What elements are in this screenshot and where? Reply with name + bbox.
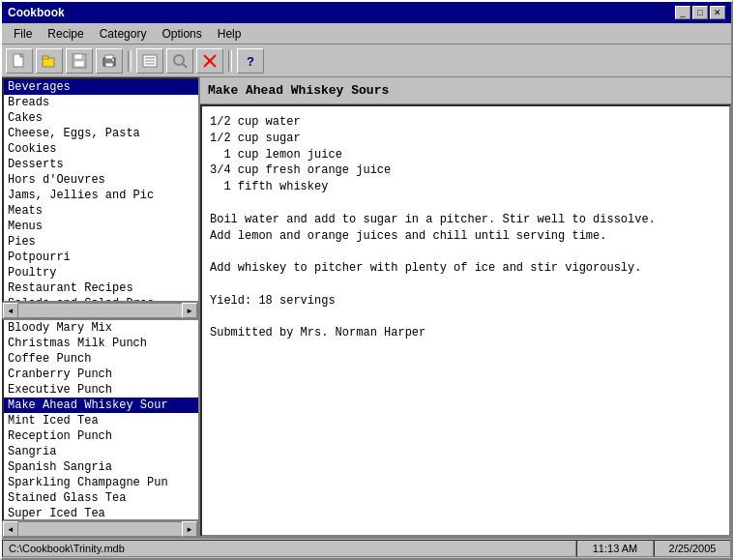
toolbar-sep1 — [128, 50, 132, 72]
recipe-hscrollbar[interactable]: ◄ ► — [2, 521, 198, 537]
menu-bar: File Recipe Category Options Help — [2, 23, 731, 44]
close-button[interactable]: ✕ — [710, 6, 725, 19]
recipe-content: Make Ahead Whiskey Sours 1/2 cup water 1… — [200, 77, 731, 537]
category-item-desserts[interactable]: Desserts — [4, 157, 198, 172]
delete-icon — [202, 53, 218, 69]
recipe-item-bloodymary[interactable]: Bloody Mary Mix — [4, 320, 198, 336]
svg-rect-6 — [74, 61, 84, 67]
svg-point-15 — [174, 55, 184, 65]
status-date-text: 2/25/2005 — [669, 543, 717, 554]
recipe-text[interactable]: 1/2 cup water 1/2 cup sugar 1 cup lemon … — [200, 104, 731, 537]
maximize-button[interactable]: □ — [692, 6, 708, 19]
delete-button[interactable] — [196, 48, 223, 74]
recipe-item-reception[interactable]: Reception Punch — [4, 428, 198, 444]
category-item-pies[interactable]: Pies — [4, 234, 198, 250]
category-item-salads[interactable]: Salads and Salad Dres — [4, 296, 198, 303]
recipe-item-spanish[interactable]: Spanish Sangria — [4, 459, 198, 475]
minimize-button[interactable]: _ — [675, 6, 690, 19]
category-list[interactable]: Beverages Breads Cakes Cheese, Eggs, Pas… — [2, 77, 198, 303]
print-icon — [102, 53, 117, 69]
status-path-text: C:\Cookbook\Trinity.mdb — [9, 543, 125, 554]
main-window: Cookbook _ □ ✕ File Recipe Category Opti… — [0, 0, 733, 560]
title-bar: Cookbook _ □ ✕ — [2, 2, 731, 23]
status-time-text: 11:13 AM — [593, 543, 637, 554]
save-icon — [72, 53, 87, 69]
svg-text:?: ? — [247, 54, 254, 69]
recipe-hscroll-left[interactable]: ◄ — [3, 521, 18, 537]
category-item-cakes[interactable]: Cakes — [4, 110, 198, 126]
menu-recipe[interactable]: Recipe — [40, 25, 91, 43]
status-date: 2/25/2005 — [654, 540, 731, 557]
left-panel: Beverages Breads Cakes Cheese, Eggs, Pas… — [2, 77, 200, 537]
category-item-hors[interactable]: Hors d'Oeuvres — [4, 172, 198, 188]
category-item-menus[interactable]: Menus — [4, 219, 198, 234]
recipe-item-champagne[interactable]: Sparkling Champagne Pun — [4, 475, 198, 490]
status-time: 11:13 AM — [576, 540, 654, 557]
svg-rect-8 — [105, 55, 113, 59]
menu-file[interactable]: File — [6, 25, 40, 43]
search-button[interactable] — [166, 48, 193, 74]
hscroll-left[interactable]: ◄ — [3, 303, 18, 318]
recipe-item-executive[interactable]: Executive Punch — [4, 382, 198, 398]
title-bar-buttons: _ □ ✕ — [675, 6, 725, 19]
hscroll-right[interactable]: ► — [182, 303, 197, 318]
category-item-jams[interactable]: Jams, Jellies and Pic — [4, 188, 198, 203]
category-item-meats[interactable]: Meats — [4, 203, 198, 219]
index-icon — [142, 53, 158, 69]
status-bar: C:\Cookbook\Trinity.mdb 11:13 AM 2/25/20… — [2, 537, 731, 558]
menu-options[interactable]: Options — [154, 25, 209, 43]
toolbar: ? — [2, 44, 731, 77]
recipe-item-cranberry[interactable]: Cranberry Punch — [4, 367, 198, 382]
menu-help[interactable]: Help — [210, 25, 249, 43]
main-content: Beverages Breads Cakes Cheese, Eggs, Pas… — [2, 77, 731, 537]
category-item-poultry[interactable]: Poultry — [4, 265, 198, 280]
recipe-list[interactable]: Bloody Mary Mix Christmas Milk Punch Cof… — [2, 318, 198, 521]
help-icon: ? — [243, 53, 258, 69]
category-item-cheese[interactable]: Cheese, Eggs, Pasta — [4, 126, 198, 141]
open-button[interactable] — [36, 48, 63, 74]
svg-rect-5 — [74, 54, 82, 59]
svg-rect-9 — [105, 63, 113, 67]
svg-line-16 — [183, 64, 187, 68]
category-item-beverages[interactable]: Beverages — [4, 79, 198, 95]
print-button[interactable] — [96, 48, 123, 74]
recipe-item-coffee[interactable]: Coffee Punch — [4, 351, 198, 367]
recipe-hscroll-right[interactable]: ► — [182, 521, 197, 537]
save-button[interactable] — [66, 48, 93, 74]
category-item-restaurant[interactable]: Restaurant Recipes — [4, 280, 198, 296]
recipe-title: Make Ahead Whiskey Sours — [200, 77, 731, 104]
recipe-item-super[interactable]: Super Iced Tea — [4, 506, 198, 521]
new-icon — [12, 53, 27, 69]
window-title: Cookbook — [8, 6, 65, 19]
svg-rect-3 — [43, 56, 48, 59]
help-button[interactable]: ? — [237, 48, 264, 74]
menu-category[interactable]: Category — [92, 25, 155, 43]
recipe-item-mint[interactable]: Mint Iced Tea — [4, 413, 198, 428]
recipe-item-stained[interactable]: Stained Glass Tea — [4, 490, 198, 506]
recipe-item-christmas[interactable]: Christmas Milk Punch — [4, 336, 198, 351]
category-item-breads[interactable]: Breads — [4, 95, 198, 110]
open-icon — [42, 53, 57, 69]
recipe-item-whiskey[interactable]: Make Ahead Whiskey Sour — [4, 398, 198, 413]
category-hscrollbar[interactable]: ◄ ► — [2, 303, 198, 318]
category-item-cookies[interactable]: Cookies — [4, 141, 198, 157]
new-button[interactable] — [6, 48, 33, 74]
category-item-potpourri[interactable]: Potpourri — [4, 250, 198, 265]
search-icon — [172, 53, 188, 69]
svg-point-10 — [112, 59, 114, 61]
recipe-item-sangria[interactable]: Sangria — [4, 444, 198, 459]
status-path: C:\Cookbook\Trinity.mdb — [2, 540, 576, 557]
toolbar-sep2 — [228, 50, 232, 72]
index-button[interactable] — [136, 48, 163, 74]
